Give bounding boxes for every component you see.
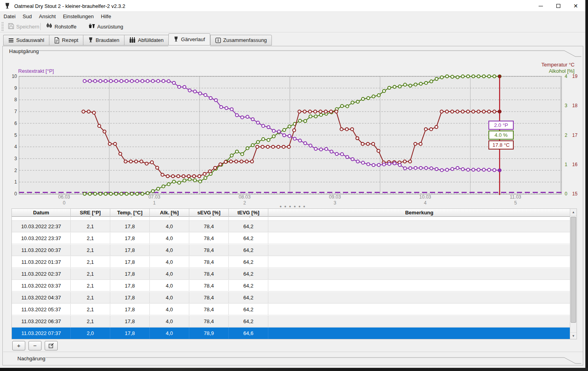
menu-item-einstellungen[interactable]: Einstellungen [59,12,97,21]
cell-bemerkung [268,233,570,244]
cell-datum: 10.03.2022 23:37 [12,233,71,244]
table-row[interactable]: 11.03.2022 04:372,117,84,078,464,2 [12,292,570,304]
ausruestung-button-label: Ausrüstung [97,24,123,30]
ausruestung-button[interactable]: Ausrüstung [86,22,126,31]
menu-item-ansicht[interactable]: Ansicht [36,12,60,21]
cell-bemerkung [268,304,570,315]
desktop-edge [0,368,588,371]
tab-abfülldaten[interactable]: Abfülldaten [124,35,168,45]
table-row[interactable]: 11.03.2022 06:372,117,84,078,464,2 [12,316,570,327]
tab-rezept[interactable]: Rezept [49,35,83,45]
table-row[interactable]: 11.03.2022 07:372,017,84,078,964,6 [12,327,570,339]
rohstoffe-button[interactable]: Rohstoffe [43,22,79,31]
svg-text:17.8 °C: 17.8 °C [492,142,510,148]
add-row-button[interactable]: + [12,341,25,350]
table-row[interactable]: 11.03.2022 00:372,117,84,078,464,2 [12,244,570,256]
tab-label: Rezept [62,37,78,43]
left-axis-tick: 3 [14,156,17,161]
left-axis-tick: 6 [14,121,17,126]
column-header-alk[interactable]: Alk. [%] [150,209,189,217]
table-header-row: Datum▲SRE [°P]Temp. [°C]Alk. [%]sEVG [%]… [12,209,570,217]
sort-ascending-icon: ▲ [40,208,42,215]
table-row-clipped[interactable]: 10.03.2022 21:372,117,84,078,464,2 [12,217,570,221]
cell-tevg: 64,2 [229,221,268,232]
scrollbar-thumb[interactable] [571,217,576,323]
cell-datum: 11.03.2022 05:37 [12,304,71,315]
x-axis-day-label: 0 [63,200,66,206]
cell-sevg: 78,4 [189,233,229,244]
window-title: Oatmeal Dry Stout 2 - kleiner-brauhelfer… [14,3,125,9]
cell-tevg: 64,6 [229,327,268,339]
cell-tevg: 64,2 [229,304,268,315]
table-row[interactable]: 11.03.2022 01:372,117,84,078,464,2 [12,256,570,268]
save-button-label: Speichern [16,24,40,30]
cell-alk: 4,0 [150,304,189,315]
column-header-sevg[interactable]: sEVG [%] [189,209,229,217]
tab-zusammenfassung[interactable]: Zusammenfassung [210,35,272,45]
table-row[interactable]: 10.03.2022 22:372,117,84,078,464,2 [12,221,570,233]
edit-pencil-icon [49,343,54,350]
table-row[interactable]: 11.03.2022 05:372,117,84,078,464,2 [12,304,570,316]
column-header-bemerkung[interactable]: Bemerkung [268,209,571,217]
scroll-down-arrow-icon[interactable]: ▼ [570,332,577,339]
alkohol-axis-tick: 2 [565,132,567,138]
cell-sevg: 78,4 [189,316,229,327]
scroll-up-arrow-icon[interactable]: ▲ [570,209,577,216]
list-icon [8,38,14,43]
tab-label: Gärverlauf [181,36,205,42]
left-axis-tick: 8 [14,97,17,102]
cell-sre: 2,1 [71,244,110,256]
cell-temp: 17,8 [110,268,150,280]
cell-alk: 4,0 [150,256,189,268]
cell-datum: 11.03.2022 01:37 [12,256,71,268]
temperatur-axis-tick: 17 [572,132,577,138]
x-axis-date-label: 10.03 [419,194,431,200]
x-axis-date-label: 09.03 [329,194,341,200]
cell-bemerkung [268,244,570,256]
minimize-button[interactable] [532,0,550,12]
toolbar-drag-handle[interactable] [2,22,4,31]
column-header-tempc[interactable]: Temp. [°C] [110,209,150,217]
table-row[interactable]: 11.03.2022 03:372,117,84,078,464,2 [12,280,570,292]
cell-bemerkung [268,316,570,327]
cell-alk: 4,0 [150,221,189,232]
cell-temp: 17,8 [110,221,150,232]
close-button[interactable]: ✕ [567,0,585,12]
save-button[interactable]: Speichern [6,22,42,31]
cell-alk: 4,0 [150,244,189,256]
tab-bar: SudauswahlRezeptBraudatenAbfülldatenGärv… [0,32,585,46]
splitter-handle[interactable]: ● ● ● ● ● ● [3,206,583,208]
edit-row-button[interactable] [45,341,58,350]
maximize-button[interactable] [550,0,567,12]
table-scrollbar[interactable]: ▲ ▼ [570,209,577,339]
menu-item-sud[interactable]: Sud [19,12,35,21]
cell-sre: 2,1 [71,217,110,221]
left-axis-tick: 2 [14,168,17,173]
menu-item-hilfe[interactable]: Hilfe [97,12,115,21]
cell-sre: 2,1 [71,280,110,292]
tab-sudauswahl[interactable]: Sudauswahl [3,35,49,45]
cell-sevg: 78,4 [189,280,229,292]
cell-tevg: 64,2 [229,280,268,292]
x-axis-date-label: 11.03 [510,194,521,200]
table-row[interactable]: 10.03.2022 23:372,117,84,078,464,2 [12,233,570,244]
fermentation-chart: 2.0 °P4.0 %17.8 °C0123456789100123415161… [8,57,577,206]
remove-row-button[interactable]: − [28,341,41,350]
cell-alk: 4,0 [150,217,189,221]
cell-datum: 11.03.2022 03:37 [12,280,71,292]
column-header-srep[interactable]: SRE [°P] [71,209,110,217]
svg-text:2.0 °P: 2.0 °P [494,122,508,128]
cell-tevg: 64,2 [229,233,268,244]
cell-datum: 11.03.2022 00:37 [12,244,71,256]
alkohol-axis-tick: 4 [565,74,567,79]
column-header-datum[interactable]: Datum▲ [12,209,71,217]
cell-sre: 2,1 [71,256,110,268]
menu-item-datei[interactable]: Datei [0,12,19,21]
tab-gärverlauf[interactable]: Gärverlauf [168,33,210,45]
tab-braudaten[interactable]: Braudaten [83,35,124,45]
cell-sre: 2,1 [71,316,110,327]
table-row[interactable]: 11.03.2022 02:372,117,84,078,464,2 [12,268,570,280]
beer-glass-app-icon [4,3,10,11]
info-icon [215,38,221,43]
column-header-tevg[interactable]: tEVG [%] [229,209,268,217]
